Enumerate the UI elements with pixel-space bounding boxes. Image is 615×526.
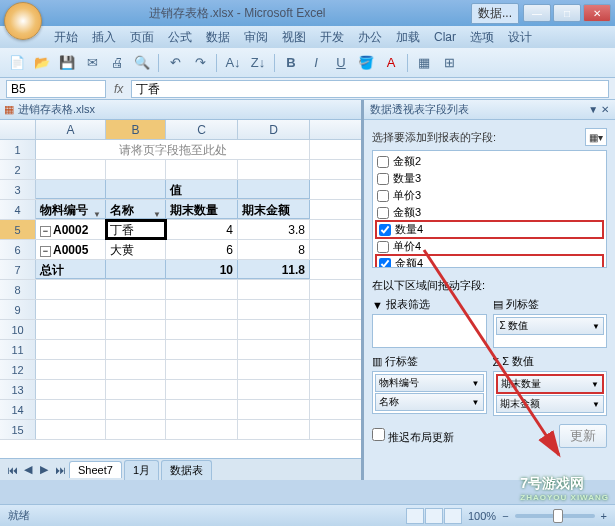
row-label-material[interactable]: 物料编号	[36, 200, 106, 219]
col-header-d[interactable]: D	[238, 120, 310, 139]
workbook-tab[interactable]: 进销存表格.xlsx	[18, 102, 95, 117]
normal-view-icon[interactable]	[406, 508, 424, 524]
total-qty[interactable]: 10	[166, 260, 238, 279]
drop-item[interactable]: 期末数量▼	[496, 374, 605, 394]
field-checkbox[interactable]	[377, 173, 389, 185]
col-label-qty[interactable]: 期末数量	[166, 200, 238, 219]
cell-c6[interactable]: 6	[166, 240, 238, 259]
field-item[interactable]: 金额3	[375, 204, 604, 221]
field-checkbox[interactable]	[379, 258, 391, 269]
menu-dev[interactable]: 开发	[314, 27, 350, 48]
field-item[interactable]: 单价3	[375, 187, 604, 204]
maximize-button[interactable]: □	[553, 4, 581, 22]
font-color-icon[interactable]: A	[380, 52, 402, 74]
mail-icon[interactable]: ✉	[81, 52, 103, 74]
sheet-tab-active[interactable]: Sheet7	[69, 461, 122, 478]
value-header[interactable]: 值	[166, 180, 238, 199]
save-icon[interactable]: 💾	[56, 52, 78, 74]
minimize-button[interactable]: —	[523, 4, 551, 22]
select-all-corner[interactable]	[0, 120, 36, 139]
menu-office[interactable]: 办公	[352, 27, 388, 48]
first-sheet-icon[interactable]: ⏮	[4, 464, 20, 476]
cell-b5-selected[interactable]: 丁香	[106, 220, 166, 239]
cell-a6[interactable]: −A0005	[36, 240, 106, 259]
close-button[interactable]: ✕	[583, 4, 611, 22]
page-field-drop[interactable]: 请将页字段拖至此处	[36, 140, 310, 159]
zoom-slider[interactable]	[515, 514, 595, 518]
last-sheet-icon[interactable]: ⏭	[52, 464, 68, 476]
menu-design[interactable]: 设计	[502, 27, 538, 48]
drop-item[interactable]: 期末金额▼	[496, 395, 605, 413]
sheet-tab[interactable]: 数据表	[161, 460, 212, 480]
sort-asc-icon[interactable]: A↓	[222, 52, 244, 74]
row-header[interactable]: 7	[0, 260, 36, 279]
open-icon[interactable]: 📂	[31, 52, 53, 74]
context-tab[interactable]: 数据...	[471, 3, 519, 24]
menu-formula[interactable]: 公式	[162, 27, 198, 48]
collapse-icon[interactable]: −	[40, 246, 51, 257]
field-list[interactable]: 金额2数量3单价3金额3数量4单价4金额4	[372, 150, 607, 268]
next-sheet-icon[interactable]: ▶	[36, 463, 52, 476]
field-item[interactable]: 数量3	[375, 170, 604, 187]
prev-sheet-icon[interactable]: ◀	[20, 463, 36, 476]
name-box[interactable]: B5	[6, 80, 106, 98]
drop-item[interactable]: Σ 数值▼	[496, 317, 605, 335]
pagebreak-view-icon[interactable]	[444, 508, 462, 524]
cell-d5[interactable]: 3.8	[238, 220, 310, 239]
menu-insert[interactable]: 插入	[86, 27, 122, 48]
field-checkbox[interactable]	[377, 207, 389, 219]
undo-icon[interactable]: ↶	[164, 52, 186, 74]
field-item[interactable]: 数量4	[375, 220, 604, 239]
menu-view[interactable]: 视图	[276, 27, 312, 48]
fill-color-icon[interactable]: 🪣	[355, 52, 377, 74]
total-label[interactable]: 总计	[36, 260, 106, 279]
field-item[interactable]: 金额4	[375, 254, 604, 268]
redo-icon[interactable]: ↷	[189, 52, 211, 74]
rows-zone[interactable]: ▥行标签 物料编号▼名称▼	[372, 354, 487, 416]
field-checkbox[interactable]	[377, 241, 389, 253]
field-checkbox[interactable]	[377, 156, 389, 168]
zoom-out-icon[interactable]: −	[502, 510, 508, 522]
sheet-tab[interactable]: 1月	[124, 460, 159, 480]
drop-item[interactable]: 名称▼	[375, 393, 484, 411]
zoom-level[interactable]: 100%	[468, 510, 496, 522]
cell-b6[interactable]: 大黄	[106, 240, 166, 259]
zoom-in-icon[interactable]: +	[601, 510, 607, 522]
row-label-name[interactable]: 名称	[106, 200, 166, 219]
close-pane-icon[interactable]: ▼ ✕	[588, 104, 609, 115]
menu-addin[interactable]: 加载	[390, 27, 426, 48]
field-checkbox[interactable]	[377, 190, 389, 202]
sort-desc-icon[interactable]: Z↓	[247, 52, 269, 74]
row-header[interactable]: 2	[0, 160, 36, 179]
columns-zone[interactable]: ▤列标签 Σ 数值▼	[493, 297, 608, 348]
row-header[interactable]: 6	[0, 240, 36, 259]
total-amt[interactable]: 11.8	[238, 260, 310, 279]
defer-checkbox[interactable]: 推迟布局更新	[372, 428, 454, 445]
filter-zone[interactable]: ▼报表筛选	[372, 297, 487, 348]
fx-icon[interactable]: fx	[114, 82, 123, 96]
row-header[interactable]: 4	[0, 200, 36, 219]
drop-item[interactable]: 物料编号▼	[375, 374, 484, 392]
print-icon[interactable]: 🖨	[106, 52, 128, 74]
menu-home[interactable]: 开始	[48, 27, 84, 48]
office-button[interactable]	[4, 2, 42, 40]
menu-options[interactable]: 选项	[464, 27, 500, 48]
layout-button[interactable]: ▦▾	[585, 128, 607, 146]
collapse-icon[interactable]: −	[40, 226, 51, 237]
preview-icon[interactable]: 🔍	[131, 52, 153, 74]
borders-icon[interactable]: ▦	[413, 52, 435, 74]
underline-icon[interactable]: U	[330, 52, 352, 74]
formula-input[interactable]: 丁香	[131, 80, 609, 98]
menu-review[interactable]: 审阅	[238, 27, 274, 48]
field-checkbox[interactable]	[379, 224, 391, 236]
field-item[interactable]: 单价4	[375, 238, 604, 255]
row-header[interactable]: 1	[0, 140, 36, 159]
italic-icon[interactable]: I	[305, 52, 327, 74]
col-header-b[interactable]: B	[106, 120, 166, 139]
update-button[interactable]: 更新	[559, 424, 607, 448]
col-header-a[interactable]: A	[36, 120, 106, 139]
cell-a5[interactable]: −A0002	[36, 220, 106, 239]
layout-view-icon[interactable]	[425, 508, 443, 524]
row-header[interactable]: 5	[0, 220, 36, 239]
cell-d6[interactable]: 8	[238, 240, 310, 259]
